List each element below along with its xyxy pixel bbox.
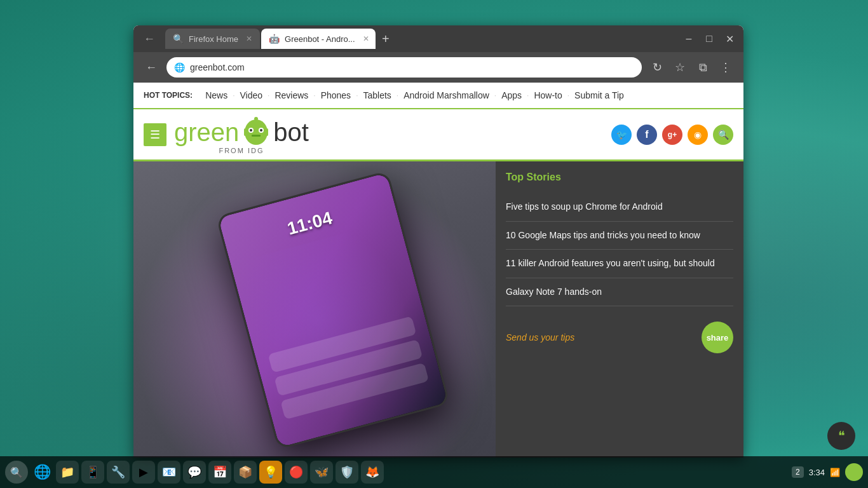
back-button[interactable]: ← [139, 30, 160, 48]
menu-button[interactable]: ⋮ [715, 57, 736, 78]
nav-apps[interactable]: Apps [496, 88, 527, 103]
nav-reviews[interactable]: Reviews [269, 88, 313, 103]
nav-phones[interactable]: Phones [316, 88, 356, 103]
quote-overlay-button[interactable]: ❝ [827, 422, 855, 450]
story-item-2[interactable]: 10 Google Maps tips and tricks you need … [506, 222, 733, 250]
logo-left: ☰ green [144, 114, 309, 154]
taskbar-acrobat[interactable]: 🔴 [285, 461, 308, 484]
svg-point-8 [254, 117, 258, 121]
story-item-4[interactable]: Galaxy Note 7 hands-on [506, 278, 733, 307]
title-bar: ← 🔍 Firefox Home ✕ 🤖 Greenbot - Andro...… [133, 25, 743, 52]
logo-bar: ☰ green [133, 109, 743, 159]
taskbar-files[interactable]: 📁 [56, 461, 79, 484]
taskbar-playstore[interactable]: ▶ [132, 461, 155, 484]
taskbar-chrome[interactable]: 🌐 [31, 461, 53, 484]
nav-submit-tip[interactable]: Submit a Tip [569, 88, 629, 103]
hero-section: 11:04 [133, 161, 496, 458]
svg-rect-10 [266, 128, 268, 136]
taskbar-right: 2 3:34 📶 [792, 463, 863, 481]
main-content: 11:04 Top Stories Five tips [133, 161, 743, 458]
url-text: greenbot.com [190, 62, 634, 72]
taskbar-hangouts[interactable]: 💬 [183, 461, 206, 484]
taskbar: 🔍 🌐 📁 📱 🔧 ▶ 📧 💬 📅 📦 💡 🔴 🦋 🛡️ 🦊 2 3:34 📶 [0, 456, 868, 488]
robot-mascot [240, 114, 272, 149]
tips-row: Send us your tips share [506, 316, 733, 353]
taskbar-time: 3:34 [809, 468, 825, 477]
taskbar-avatar[interactable] [845, 463, 863, 481]
reload-button[interactable]: ↻ [647, 57, 667, 78]
taskbar-search-button[interactable]: 🔍 [5, 461, 28, 484]
google-plus-icon[interactable]: g+ [662, 125, 682, 145]
taskbar-drive[interactable]: 📦 [234, 461, 257, 484]
hamburger-menu[interactable]: ☰ [144, 123, 166, 146]
minimize-button[interactable]: – [680, 30, 698, 48]
nav-news[interactable]: News [200, 88, 233, 103]
greenbot-tab-icon: 🤖 [269, 34, 280, 44]
svg-point-5 [260, 129, 262, 132]
hero-image: 11:04 [133, 161, 496, 458]
taskbar-wifi-icon: 📶 [830, 468, 840, 477]
logo-from-idg: FROM IDG [174, 147, 309, 154]
taskbar-firefox[interactable]: 🦊 [361, 461, 384, 484]
tab-greenbot[interactable]: 🤖 Greenbot - Andro... ✕ [261, 29, 376, 49]
story-item-1[interactable]: Five tips to soup up Chrome for Android [506, 193, 733, 222]
taskbar-vpn[interactable]: 🦋 [310, 461, 333, 484]
send-tips-link[interactable]: Send us your tips [506, 332, 574, 342]
maximize-button[interactable]: □ [700, 30, 718, 48]
rss-icon[interactable]: ◉ [688, 125, 708, 145]
nav-tablets[interactable]: Tablets [358, 88, 396, 103]
site-logo[interactable]: green [174, 114, 309, 154]
logo-green-text: green [174, 119, 239, 145]
story-text-4: Galaxy Note 7 hands-on [506, 287, 602, 297]
site-content: HOT TOPICS: News · Video · Reviews · Pho… [133, 83, 743, 458]
tab-firefox-close[interactable]: ✕ [246, 34, 252, 43]
logo-dark-text: bot [273, 119, 309, 145]
stories-sidebar: Top Stories Five tips to soup up Chrome … [496, 161, 743, 458]
tablet-time: 11:04 [285, 208, 334, 239]
taskbar-calendar[interactable]: 📅 [208, 461, 231, 484]
tab-greenbot-label: Greenbot - Andro... [285, 34, 355, 44]
site-nav: HOT TOPICS: News · Video · Reviews · Pho… [133, 83, 743, 109]
twitter-icon[interactable]: 🐦 [611, 125, 632, 145]
facebook-icon[interactable]: f [637, 125, 657, 145]
story-item-3[interactable]: 11 killer Android features you aren't us… [506, 250, 733, 278]
top-stories-title: Top Stories [506, 172, 733, 183]
taskbar-apps: 🌐 📁 📱 🔧 ▶ 📧 💬 📅 📦 💡 🔴 🦋 🛡️ 🦊 [31, 461, 792, 484]
taskbar-phone[interactable]: 📱 [81, 461, 104, 484]
window-controls: – □ ✕ [680, 30, 738, 48]
close-button[interactable]: ✕ [721, 30, 738, 48]
taskbar-windows-count: 2 [792, 466, 804, 478]
social-icons: 🐦 f g+ ◉ 🔍 [611, 125, 733, 145]
nav-video[interactable]: Video [234, 88, 268, 103]
new-tab-button[interactable]: + [377, 29, 395, 49]
globe-icon: 🌐 [174, 62, 185, 72]
story-text-3: 11 killer Android features you aren't us… [506, 258, 715, 268]
story-text-1: Five tips to soup up Chrome for Android [506, 201, 663, 212]
svg-point-4 [250, 129, 252, 132]
nav-android-marshmallow[interactable]: Android Marshmallow [398, 88, 494, 103]
search-social-icon[interactable]: 🔍 [713, 125, 733, 145]
tab-firefox-label: Firefox Home [189, 34, 238, 44]
taskbar-gmail[interactable]: 📧 [158, 461, 180, 484]
tab-greenbot-close[interactable]: ✕ [363, 34, 369, 43]
back-nav-button[interactable]: ← [141, 57, 161, 78]
star-button[interactable]: ☆ [670, 57, 690, 78]
windows-button[interactable]: ⧉ [693, 57, 713, 78]
story-text-2: 10 Google Maps tips and tricks you need … [506, 230, 700, 240]
taskbar-shield[interactable]: 🛡️ [336, 461, 358, 484]
svg-rect-6 [252, 135, 261, 137]
firefox-tab-icon: 🔍 [173, 34, 184, 44]
svg-rect-9 [244, 128, 247, 136]
hot-topics-label: HOT TOPICS: [144, 91, 193, 100]
taskbar-keep[interactable]: 💡 [259, 461, 282, 484]
address-actions: ↻ ☆ ⧉ ⋮ [647, 57, 736, 78]
browser-window: ← 🔍 Firefox Home ✕ 🤖 Greenbot - Andro...… [133, 25, 743, 458]
nav-links: News · Video · Reviews · Phones · Tablet… [200, 88, 629, 103]
nav-howto[interactable]: How-to [529, 88, 567, 103]
url-bar[interactable]: 🌐 greenbot.com [166, 57, 642, 78]
taskbar-calc[interactable]: 🔧 [107, 461, 130, 484]
tab-firefox-home[interactable]: 🔍 Firefox Home ✕ [165, 29, 260, 49]
share-button[interactable]: share [702, 322, 733, 353]
address-bar: ← 🌐 greenbot.com ↻ ☆ ⧉ ⋮ [133, 52, 743, 83]
tabs-area: 🔍 Firefox Home ✕ 🤖 Greenbot - Andro... ✕… [165, 29, 675, 49]
